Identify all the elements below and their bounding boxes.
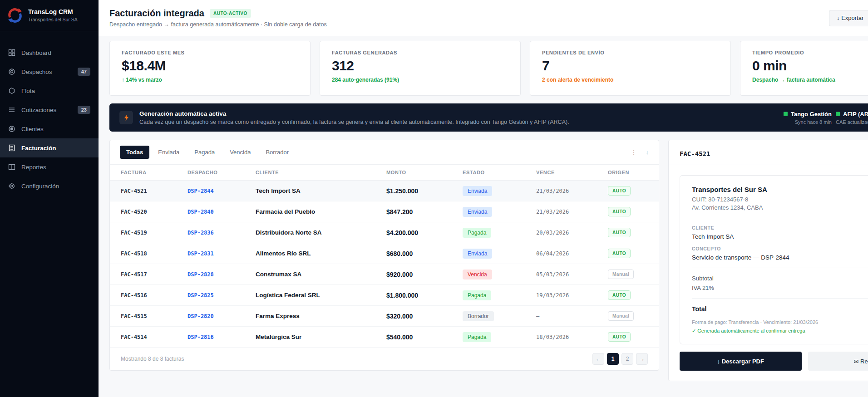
integration-name: AFIP (ARCA)	[843, 111, 868, 118]
invoice-detail-panel: FAC-4521 Transportes del Sur SA CUIT: 30…	[668, 140, 868, 381]
sidebar-item-reportes[interactable]: Reportes	[0, 157, 99, 176]
invoice-filter-tab[interactable]: Todas	[120, 146, 149, 159]
auto-generated-note: ✓ Generada automáticamente al confirmar …	[692, 328, 868, 334]
client-name: Distribuidora Norte SA	[256, 229, 386, 236]
issuer-name: Transportes del Sur SA	[692, 186, 868, 193]
cliente-label: CLIENTE	[692, 225, 868, 230]
origin-badge: AUTO	[608, 249, 631, 258]
resend-button[interactable]: ✉ Reenviar	[808, 352, 868, 371]
app-name: TransLog CRM	[28, 8, 78, 15]
invoice-row[interactable]: FAC-4520 DSP-2840 Farmacia del Pueblo $8…	[110, 201, 659, 222]
status-badge: Borrador	[463, 311, 494, 321]
detail-invoice-number: FAC-4521	[680, 150, 868, 157]
origin-badge: AUTO	[608, 228, 631, 237]
invoice-filter-tab[interactable]: Pagada	[188, 146, 221, 159]
status-badge: Pagada	[463, 228, 491, 238]
stat-card-tiempo: TIEMPO PROMEDIO 0 min Despacho → factura…	[740, 41, 868, 96]
table-body: FAC-4521 DSP-2844 Tech Import SA $1.250.…	[110, 181, 659, 348]
automation-banner: Generación automática activa Cada vez qu…	[109, 103, 868, 132]
column-header-monto: MONTO	[386, 170, 463, 175]
sidebar-item-dashboard[interactable]: Dashboard	[0, 43, 99, 62]
pagination-button[interactable]: 2	[621, 353, 633, 365]
page-subtitle: Despacho entregado → factura generada au…	[109, 21, 327, 28]
due-date: 21/03/2026	[536, 188, 608, 194]
pagination-button[interactable]: →	[636, 353, 648, 365]
facturacion-icon	[8, 144, 15, 152]
despacho-link[interactable]: DSP-2844	[187, 188, 256, 194]
sidebar-item-label: Cotizaciones	[21, 107, 56, 113]
divider	[669, 165, 868, 165]
stat-note: ↑ 14% vs marzo	[122, 77, 298, 83]
more-options-icon[interactable]: ⋮	[631, 149, 637, 156]
despacho-link[interactable]: DSP-2828	[187, 271, 256, 278]
sidebar-item-configuracion[interactable]: Configuración	[0, 176, 99, 196]
stat-label: TIEMPO PROMEDIO	[752, 50, 868, 55]
despacho-link[interactable]: DSP-2816	[187, 334, 256, 340]
stat-card-pendientes: PENDIENTES DE ENVÍO 7 2 con alerta de ve…	[530, 41, 731, 96]
company-name: Transportes del Sur SA	[28, 17, 78, 22]
divider	[692, 298, 868, 299]
detail-actions: ↓ Descargar PDF ✉ Reenviar	[680, 352, 868, 371]
invoice-filter-tab[interactable]: Enviada	[152, 146, 186, 159]
stat-label: FACTURAS GENERADAS	[332, 50, 508, 55]
due-date: 21/03/2026	[536, 209, 608, 215]
invoice-row[interactable]: FAC-4519 DSP-2836 Distribuidora Norte SA…	[110, 222, 659, 243]
column-header-despacho: DESPACHO	[187, 170, 256, 175]
subtotal-label: Subtotal	[692, 275, 868, 282]
column-header-factura: FACTURA	[121, 170, 187, 175]
due-date: –	[536, 313, 608, 319]
invoice-filter-tab[interactable]: Vencida	[223, 146, 257, 159]
sidebar-nav: Dashboard Despachos 47 Flota Cotizacione…	[0, 31, 99, 196]
invoice-amount: $1.250.000	[386, 187, 463, 195]
invoice-filter-tab[interactable]: Borrador	[259, 146, 295, 159]
sidebar-item-cotizaciones[interactable]: Cotizaciones 23	[0, 100, 99, 119]
origin-badge: AUTO	[608, 332, 631, 342]
despacho-link[interactable]: DSP-2836	[187, 230, 256, 236]
despacho-link[interactable]: DSP-2840	[187, 209, 256, 215]
sidebar-item-facturacion[interactable]: Facturación	[0, 138, 99, 157]
despacho-link[interactable]: DSP-2825	[187, 292, 256, 299]
sidebar-item-label: Dashboard	[21, 49, 51, 56]
concepto-value: Servicio de transporte — DSP-2844	[692, 254, 868, 261]
client-name: Farma Express	[256, 313, 386, 319]
invoice-row[interactable]: FAC-4517 DSP-2828 Construmax SA $920.000…	[110, 264, 659, 285]
invoice-number: FAC-4515	[121, 313, 187, 319]
concepto-label: CONCEPTO	[692, 246, 868, 251]
invoice-row[interactable]: FAC-4516 DSP-2825 Logística Federal SRL …	[110, 285, 659, 306]
invoice-number: FAC-4520	[121, 209, 187, 215]
integration-tango: Tango Gestión Sync hace 8 min	[784, 111, 832, 125]
invoice-row[interactable]: FAC-4515 DSP-2820 Farma Express $320.000…	[110, 306, 659, 327]
client-name: Logística Federal SRL	[256, 292, 386, 299]
results-count: Mostrando 8 de 8 facturas	[121, 356, 184, 362]
flota-icon	[8, 87, 15, 94]
sidebar-item-flota[interactable]: Flota	[0, 81, 99, 100]
divider	[692, 268, 868, 268]
download-pdf-button[interactable]: ↓ Descargar PDF	[680, 352, 802, 371]
stat-value: 0 min	[752, 58, 868, 74]
sidebar-item-despachos[interactable]: Despachos 47	[0, 62, 99, 81]
despacho-link[interactable]: DSP-2820	[187, 313, 256, 319]
invoice-row[interactable]: FAC-4518 DSP-2831 Alimentos Río SRL $680…	[110, 243, 659, 264]
pagination-button[interactable]: 1	[607, 353, 619, 365]
sort-icon[interactable]: ↓	[646, 149, 649, 156]
despacho-link[interactable]: DSP-2831	[187, 250, 256, 257]
invoice-row[interactable]: FAC-4521 DSP-2844 Tech Import SA $1.250.…	[110, 181, 659, 201]
stat-value: $18.4M	[122, 58, 298, 74]
due-date: 05/03/2026	[536, 271, 608, 278]
stat-card-generadas: FACTURAS GENERADAS 312 284 auto-generada…	[320, 41, 521, 96]
status-badge: Enviada	[463, 186, 492, 196]
client-name: Construmax SA	[256, 271, 386, 278]
sidebar-item-clientes[interactable]: Clientes	[0, 119, 99, 138]
invoice-number: FAC-4521	[121, 188, 187, 194]
pagination-button[interactable]: ←	[592, 353, 604, 365]
integration-status: Sync hace 8 min	[784, 119, 832, 125]
cotizaciones-count-badge: 23	[78, 106, 90, 114]
reportes-icon	[8, 163, 15, 171]
invoice-number: FAC-4519	[121, 230, 187, 236]
banner-description: Cada vez que un despacho se marca como e…	[139, 119, 569, 125]
integration-name: Tango Gestión	[791, 111, 832, 118]
status-dot-icon	[784, 112, 788, 116]
export-button[interactable]: ↓ Exportar	[829, 10, 868, 26]
integration-afip: AFIP (ARCA) CAE actualizado	[836, 111, 868, 125]
invoice-row[interactable]: FAC-4514 DSP-2816 Metalúrgica Sur $540.0…	[110, 327, 659, 348]
